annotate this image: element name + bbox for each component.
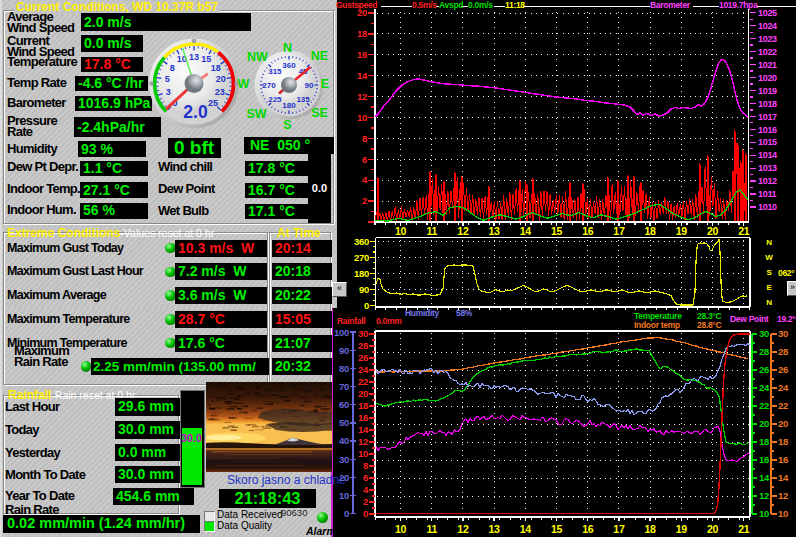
svg-text:2: 2	[363, 496, 368, 507]
svg-text:100: 100	[334, 327, 349, 338]
svg-text:12: 12	[358, 436, 368, 447]
svg-text:270: 270	[262, 81, 276, 90]
svg-text:0.5m/s: 0.5m/s	[412, 0, 437, 10]
svg-text:14: 14	[358, 424, 369, 435]
svg-text:1019: 1019	[758, 86, 777, 96]
svg-text:20: 20	[357, 7, 367, 18]
svg-text:12: 12	[759, 490, 769, 501]
svg-text:14: 14	[520, 225, 532, 237]
svg-text:Avspd: Avspd	[439, 0, 463, 10]
svg-text:180: 180	[282, 101, 296, 110]
svg-text:80: 80	[339, 363, 349, 374]
svg-text:4: 4	[362, 174, 368, 185]
svg-text:58%: 58%	[456, 308, 473, 318]
svg-text:10: 10	[395, 523, 407, 535]
svg-text:1015: 1015	[758, 137, 777, 147]
svg-text:18: 18	[645, 225, 657, 237]
svg-text:12: 12	[457, 523, 469, 535]
svg-text:22: 22	[759, 400, 769, 411]
svg-text:Dew Point: Dew Point	[730, 314, 769, 324]
svg-text:8: 8	[363, 460, 368, 471]
svg-text:1013: 1013	[758, 163, 777, 173]
svg-text:1018: 1018	[758, 99, 777, 109]
svg-text:1023: 1023	[758, 34, 777, 44]
svg-text:30: 30	[778, 328, 788, 339]
svg-text:315: 315	[268, 67, 282, 76]
svg-text:Rainfall: Rainfall	[337, 316, 365, 326]
svg-text:16: 16	[357, 49, 367, 60]
svg-text:30: 30	[339, 454, 349, 465]
svg-text:10: 10	[339, 490, 349, 501]
svg-text:225: 225	[268, 95, 282, 104]
svg-text:0: 0	[344, 508, 349, 519]
svg-text:1020: 1020	[758, 73, 777, 83]
svg-text:21: 21	[738, 225, 750, 237]
svg-text:1022: 1022	[758, 47, 777, 57]
svg-text:24: 24	[759, 382, 770, 393]
svg-text:20: 20	[358, 388, 368, 399]
svg-text:1010: 1010	[758, 202, 777, 212]
svg-text:18: 18	[357, 28, 367, 39]
svg-text:20: 20	[216, 74, 226, 84]
svg-text:0: 0	[364, 300, 369, 311]
svg-text:15: 15	[551, 523, 563, 535]
svg-text:17: 17	[613, 523, 625, 535]
svg-text:90: 90	[339, 345, 349, 356]
svg-text:60: 60	[339, 399, 349, 410]
svg-text:10: 10	[778, 508, 788, 519]
svg-text:1024: 1024	[758, 21, 777, 31]
svg-text:11: 11	[426, 523, 437, 535]
svg-text:Humidity: Humidity	[405, 308, 440, 318]
svg-text:30: 30	[759, 328, 769, 339]
svg-text:1019.7hpa: 1019.7hpa	[719, 0, 758, 10]
svg-text:1012: 1012	[758, 176, 777, 186]
svg-text:16: 16	[759, 454, 769, 465]
svg-text:10: 10	[395, 225, 407, 237]
svg-text:11: 11	[426, 225, 437, 237]
svg-text:1025: 1025	[758, 8, 777, 18]
svg-text:18: 18	[778, 436, 788, 447]
svg-text:270: 270	[354, 252, 369, 263]
svg-text:30: 30	[358, 328, 368, 339]
svg-text:18: 18	[759, 436, 769, 447]
svg-text:2.0: 2.0	[183, 102, 208, 122]
svg-text:11:18: 11:18	[505, 0, 525, 10]
svg-text:16: 16	[582, 523, 594, 535]
svg-text:13: 13	[489, 225, 501, 237]
svg-text:25: 25	[208, 98, 218, 108]
svg-text:20: 20	[339, 472, 349, 483]
svg-text:1011: 1011	[758, 189, 777, 199]
svg-text:360: 360	[282, 61, 296, 70]
svg-text:24: 24	[778, 382, 789, 393]
svg-text:28: 28	[759, 346, 769, 357]
svg-text:12: 12	[357, 91, 367, 102]
svg-text:0.0m/s: 0.0m/s	[468, 0, 493, 10]
svg-text:70: 70	[339, 381, 349, 392]
svg-text:N: N	[766, 298, 772, 307]
svg-text:19: 19	[676, 523, 688, 535]
svg-text:1021: 1021	[758, 60, 777, 70]
svg-text:26: 26	[358, 352, 368, 363]
svg-text:28: 28	[358, 340, 368, 351]
svg-text:90: 90	[359, 284, 369, 295]
svg-text:22: 22	[358, 376, 368, 387]
svg-text:50: 50	[339, 417, 349, 428]
svg-text:1016: 1016	[758, 125, 777, 135]
svg-text:8: 8	[170, 63, 175, 73]
svg-text:16: 16	[582, 225, 594, 237]
svg-text:26: 26	[778, 364, 788, 375]
svg-text:20: 20	[778, 418, 788, 429]
svg-text:10: 10	[357, 112, 367, 123]
svg-text:1014: 1014	[758, 150, 777, 160]
svg-text:6: 6	[362, 154, 367, 165]
svg-text:0: 0	[363, 508, 368, 519]
svg-text:062°: 062°	[778, 268, 795, 278]
svg-text:14: 14	[759, 472, 770, 483]
svg-text:10: 10	[759, 508, 769, 519]
svg-text:14: 14	[778, 472, 789, 483]
svg-text:0.0mm: 0.0mm	[376, 316, 402, 326]
svg-text:E: E	[766, 283, 772, 292]
svg-text:20: 20	[759, 418, 769, 429]
svg-text:6: 6	[363, 472, 368, 483]
svg-text:12: 12	[457, 225, 469, 237]
